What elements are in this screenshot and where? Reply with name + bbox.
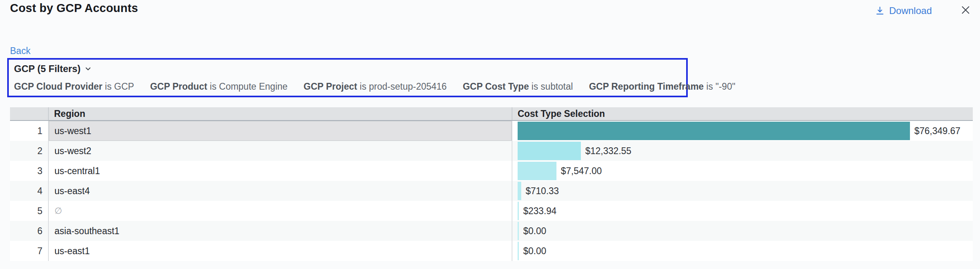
- cost-amount: $7,547.00: [561, 166, 602, 177]
- cost-amount: $76,349.67: [914, 126, 960, 137]
- cost-bar: [518, 162, 556, 180]
- row-number: 3: [10, 161, 48, 181]
- table-row: 1 us-west1 $76,349.67: [10, 121, 973, 141]
- cost-bar: [518, 142, 581, 160]
- region-cell[interactable]: us-east4: [48, 181, 512, 201]
- table-row: 6 asia-southeast1 $0.00: [10, 221, 973, 241]
- region-cell[interactable]: us-west2: [48, 141, 512, 161]
- row-number: 4: [10, 181, 48, 201]
- filter-pill[interactable]: GCP Cost Type is subtotal: [463, 81, 573, 92]
- cost-bar: [518, 202, 519, 220]
- row-number: 5: [10, 201, 48, 221]
- download-button[interactable]: Download: [875, 5, 932, 16]
- filter-list: GCP Cloud Provider is GCP GCP Product is…: [14, 81, 735, 92]
- cost-amount: $233.94: [523, 206, 556, 217]
- cost-amount: $0.00: [523, 246, 546, 257]
- filter-group-label: GCP (5 Filters): [14, 63, 80, 74]
- cost-cell: $7,547.00: [512, 161, 973, 181]
- filter-value: "-90": [715, 81, 735, 92]
- filter-value: Compute Engine: [219, 81, 287, 92]
- cost-cell: $0.00: [512, 221, 973, 241]
- filter-field: GCP Cloud Provider: [14, 81, 102, 92]
- download-label: Download: [889, 5, 932, 16]
- cost-cell: $76,349.67: [512, 121, 973, 141]
- filter-pill[interactable]: GCP Reporting Timeframe is "-90": [589, 81, 735, 92]
- filter-predicate: is: [529, 81, 540, 92]
- row-number: 2: [10, 141, 48, 161]
- cost-table: Region Cost Type Selection 1 us-west1 $7…: [10, 107, 973, 261]
- region-cell[interactable]: us-west1: [48, 121, 512, 141]
- filter-predicate: is: [102, 81, 114, 92]
- cost-amount: $0.00: [523, 226, 546, 237]
- row-number: 6: [10, 221, 48, 241]
- filter-predicate: is: [357, 81, 369, 92]
- region-cell[interactable]: us-central1: [48, 161, 512, 181]
- cost-cell: $0.00: [512, 241, 973, 261]
- filter-field: GCP Product: [150, 81, 207, 92]
- table-row: 7 us-east1 $0.00: [10, 241, 973, 261]
- table-body: 1 us-west1 $76,349.67 2 us-west2 $12,332…: [10, 121, 973, 261]
- filter-annotation-box: GCP (5 Filters) GCP Cloud Provider is GC…: [7, 58, 688, 97]
- filter-field: GCP Project: [303, 81, 357, 92]
- region-cell[interactable]: asia-southeast1: [48, 221, 512, 241]
- close-icon: [960, 4, 971, 16]
- cost-bar: [518, 242, 519, 260]
- download-icon: [875, 6, 885, 16]
- chevron-down-icon: [84, 65, 92, 73]
- cost-amount: $12,332.55: [585, 146, 631, 157]
- row-number-header: [10, 107, 48, 120]
- back-link[interactable]: Back: [10, 46, 30, 56]
- filter-value: subtotal: [541, 81, 573, 92]
- cost-bar: [518, 122, 910, 140]
- filter-field: GCP Cost Type: [463, 81, 529, 92]
- cost-bar: [518, 182, 521, 200]
- filter-predicate: is: [704, 81, 715, 92]
- cost-column-header[interactable]: Cost Type Selection: [512, 107, 973, 120]
- region-column-header[interactable]: Region: [48, 107, 512, 120]
- page-title: Cost by GCP Accounts: [10, 2, 138, 15]
- cost-amount: $710.33: [526, 186, 559, 197]
- table-row: 5 ∅ $233.94: [10, 201, 973, 221]
- filter-pill[interactable]: GCP Product is Compute Engine: [150, 81, 287, 92]
- cost-cell: $233.94: [512, 201, 973, 221]
- filter-pill[interactable]: GCP Cloud Provider is GCP: [14, 81, 134, 92]
- row-number: 1: [10, 121, 48, 141]
- region-cell[interactable]: us-east1: [48, 241, 512, 261]
- close-button[interactable]: [959, 4, 972, 17]
- filter-pill[interactable]: GCP Project is prod-setup-205416: [303, 81, 447, 92]
- filter-group-dropdown[interactable]: GCP (5 Filters): [14, 63, 92, 74]
- filter-value: GCP: [114, 81, 134, 92]
- table-header-row: Region Cost Type Selection: [10, 107, 973, 121]
- table-row: 4 us-east4 $710.33: [10, 181, 973, 201]
- table-row: 2 us-west2 $12,332.55: [10, 141, 973, 161]
- filter-predicate: is: [207, 81, 219, 92]
- cost-bar: [518, 222, 519, 240]
- cost-cell: $710.33: [512, 181, 973, 201]
- region-cell[interactable]: ∅: [48, 201, 512, 221]
- cost-cell: $12,332.55: [512, 141, 973, 161]
- row-number: 7: [10, 241, 48, 261]
- filter-field: GCP Reporting Timeframe: [589, 81, 704, 92]
- filter-value: prod-setup-205416: [369, 81, 447, 92]
- table-row: 3 us-central1 $7,547.00: [10, 161, 973, 181]
